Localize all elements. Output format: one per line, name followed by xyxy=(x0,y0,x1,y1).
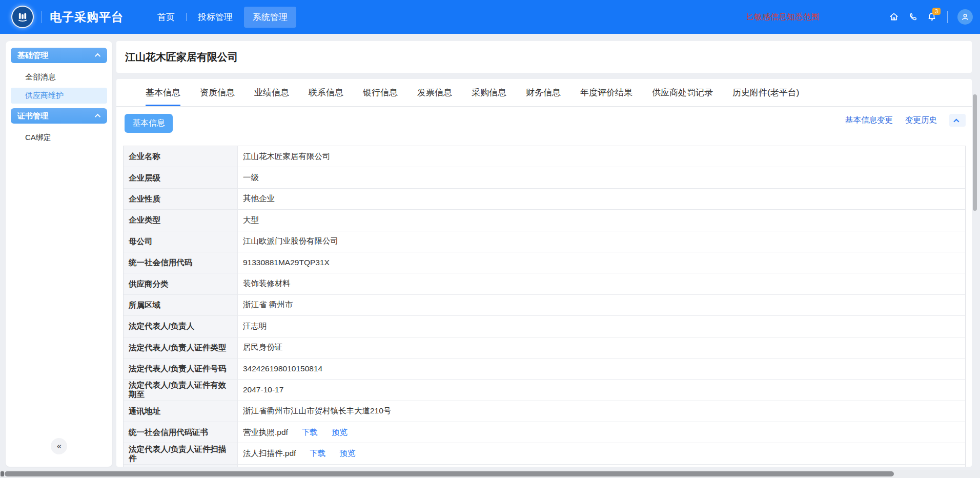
field-label: 企业名称 xyxy=(124,146,238,167)
table-row: 法定代表人/负责人证件号码 342426198010150814 xyxy=(124,358,965,380)
table-row: 企业层级 一级 xyxy=(124,167,965,188)
scroll-left-arrow[interactable] xyxy=(1,471,4,476)
app-logo-icon xyxy=(11,6,34,28)
notice-marquee: 匕敏感信息知悉范围 xyxy=(746,0,838,34)
tab[interactable]: 业绩信息 xyxy=(254,79,289,106)
chevron-up-icon xyxy=(95,53,100,59)
tab[interactable]: 财务信息 xyxy=(526,79,561,106)
page-title-card: 江山花木匠家居有限公司 xyxy=(116,41,972,73)
sidebar-group-cert-header[interactable]: 证书管理 xyxy=(11,108,107,124)
field-value-text: 法人扫描件.pdf xyxy=(243,448,296,459)
field-value: 一级 xyxy=(238,167,965,188)
table-row: 统一社会信用代码 91330881MA29TQP31X xyxy=(124,252,965,273)
field-label: 所属区域 xyxy=(124,295,238,315)
field-label: 统一社会信用代码 xyxy=(124,252,238,273)
table-row: 企业类型 大型 xyxy=(124,210,965,231)
table-row: 供应商分类 装饰装修材料 xyxy=(124,273,965,294)
sidebar-group-cert: 证书管理 CA绑定 xyxy=(11,108,107,146)
field-value-text: 汪志明 xyxy=(243,321,267,332)
user-avatar-icon[interactable] xyxy=(957,9,973,25)
field-label: 通讯地址 xyxy=(124,401,238,422)
sidebar-group-basic-header[interactable]: 基础管理 xyxy=(11,48,107,63)
field-value: 浙江省衢州市江山市贺村镇长丰大道210号 xyxy=(238,401,965,422)
download-link[interactable]: 下载 xyxy=(310,448,325,459)
sidebar-group-basic-items: 全部消息 供应商维护 xyxy=(11,69,107,104)
field-value xyxy=(238,465,965,467)
field-value: 浙江省 衢州市 xyxy=(238,295,965,315)
field-value: 居民身份证 xyxy=(238,337,965,358)
nav-item[interactable]: 投标管理 xyxy=(198,11,233,23)
sidebar-item[interactable]: CA绑定 xyxy=(11,130,107,146)
tab[interactable]: 资质信息 xyxy=(200,79,235,106)
field-value-text: 营业执照.pdf xyxy=(243,427,288,438)
download-link[interactable]: 下载 xyxy=(302,427,318,438)
home-icon[interactable] xyxy=(888,11,900,23)
field-value-text: 江山花木匠家居有限公司 xyxy=(243,151,331,162)
sidebar-group-basic: 基础管理 全部消息 供应商维护 xyxy=(11,48,107,104)
notification-count-badge: 3 xyxy=(932,8,941,15)
field-label: 供应商分类 xyxy=(124,273,238,294)
tab[interactable]: 基本信息 xyxy=(146,79,180,106)
section-badge[interactable]: 基本信息 xyxy=(125,114,173,133)
field-value-text: 居民身份证 xyxy=(243,342,283,353)
chevron-up-icon xyxy=(953,118,959,124)
preview-link[interactable]: 预览 xyxy=(332,427,348,438)
sidebar-group-label: 基础管理 xyxy=(17,51,48,61)
table-row: 统一社会信用代码证书 营业执照.pdf 下载 预览 xyxy=(124,422,965,443)
field-label: 企业类型 xyxy=(124,210,238,230)
table-row: 所属区域 浙江省 衢州市 xyxy=(124,295,965,316)
sidebar-item[interactable]: 全部消息 xyxy=(11,69,107,85)
sidebar-group-cert-items: CA绑定 xyxy=(11,130,107,146)
field-value-text: 91330881MA29TQP31X xyxy=(243,258,330,267)
field-value: 江山花木匠家居有限公司 xyxy=(238,146,965,167)
change-history-link[interactable]: 变更历史 xyxy=(905,115,937,126)
vertical-scrollbar[interactable] xyxy=(973,94,977,211)
basic-info-change-link[interactable]: 基本信息变更 xyxy=(845,115,893,126)
field-value-text: 342426198010150814 xyxy=(243,364,322,373)
table-row: 通讯地址 浙江省衢州市江山市贺村镇长丰大道210号 xyxy=(124,401,965,422)
field-value-text: 一级 xyxy=(243,172,259,183)
tab[interactable]: 历史附件(老平台) xyxy=(732,79,799,106)
table-row xyxy=(124,465,965,467)
field-label: 法定代表人/负责人证件号码 xyxy=(124,358,238,379)
field-label: 法定代表人/负责人 xyxy=(124,316,238,336)
field-value: 91330881MA29TQP31X xyxy=(238,252,965,273)
field-label: 法定代表人/负责人证件扫描件 xyxy=(124,443,238,464)
table-row: 企业名称 江山花木匠家居有限公司 xyxy=(124,146,965,167)
field-value-text: 2047-10-17 xyxy=(243,385,283,394)
phone-icon[interactable] xyxy=(907,11,918,23)
nav-item[interactable]: 首页 xyxy=(157,11,187,23)
preview-link[interactable]: 预览 xyxy=(339,448,355,459)
tab[interactable]: 发票信息 xyxy=(417,79,452,106)
table-row: 企业性质 其他企业 xyxy=(124,189,965,210)
tab[interactable]: 年度评价结果 xyxy=(580,79,632,106)
field-value-text: 浙江省衢州市江山市贺村镇长丰大道210号 xyxy=(243,406,391,416)
field-label: 统一社会信用代码证书 xyxy=(124,422,238,443)
tab[interactable]: 供应商处罚记录 xyxy=(652,79,713,106)
tab-bar: 基本信息 资质信息 业绩信息 联系信息 银行信息 发票信息 采购信息 财务信息 … xyxy=(116,79,972,107)
company-title: 江山花木匠家居有限公司 xyxy=(125,50,238,64)
top-header: 电子采购平台 首页 投标管理 系统管理 匕敏感信息知悉范围 xyxy=(0,0,980,34)
sidebar-collapse-button[interactable]: « xyxy=(51,438,67,454)
field-label: 法定代表人/负责人证件有效期至 xyxy=(124,380,238,400)
bell-icon[interactable]: 3 xyxy=(926,11,937,23)
table-row: 法定代表人/负责人证件扫描件 法人扫描件.pdf 下载 预览 xyxy=(124,443,965,464)
horizontal-scrollbar-track[interactable] xyxy=(0,470,980,478)
field-label: 法定代表人/负责人证件类型 xyxy=(124,337,238,358)
sidebar-item[interactable]: 供应商维护 xyxy=(11,88,107,104)
section-collapse-button[interactable] xyxy=(949,114,966,127)
field-value: 江山欧派门业股份有限公司 xyxy=(238,231,965,252)
tab[interactable]: 联系信息 xyxy=(309,79,343,106)
tab[interactable]: 银行信息 xyxy=(363,79,398,106)
horizontal-scrollbar-thumb[interactable] xyxy=(5,471,894,476)
content-card: 基本信息 资质信息 业绩信息 联系信息 银行信息 发票信息 采购信息 财务信息 … xyxy=(116,79,972,467)
nav-item[interactable]: 系统管理 xyxy=(244,7,296,28)
sidebar: 基础管理 全部消息 供应商维护 证书管理 CA绑定 « xyxy=(6,41,112,467)
field-value: 大型 xyxy=(238,210,965,230)
header-divider xyxy=(947,11,948,23)
field-label: 企业性质 xyxy=(124,189,238,209)
brand-divider xyxy=(42,11,42,23)
field-value-text: 大型 xyxy=(243,215,259,226)
tab[interactable]: 采购信息 xyxy=(472,79,506,106)
field-label xyxy=(124,465,238,467)
